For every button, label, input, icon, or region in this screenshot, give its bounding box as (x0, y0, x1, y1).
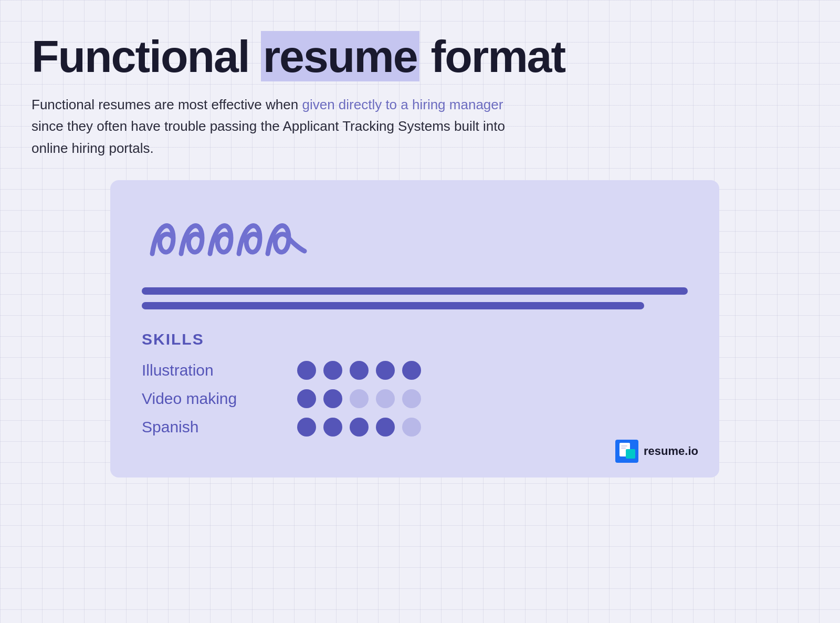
dot (323, 361, 342, 380)
title-highlight: resume (261, 31, 419, 81)
dot (376, 389, 395, 408)
skill-name-videomaking: Video making (142, 390, 289, 408)
subtitle-highlight: given directly to a hiring manager (302, 97, 503, 112)
logo-text: resume.io (644, 444, 698, 458)
resume-logo: resume.io (615, 440, 698, 463)
dot (402, 418, 421, 437)
dot (297, 418, 316, 437)
resume-card: SKILLS Illustration Video making (110, 180, 719, 477)
skill-row-videomaking: Video making (142, 389, 688, 408)
svg-rect-3 (621, 445, 627, 447)
skill-dots-spanish (297, 418, 421, 437)
dot (297, 389, 316, 408)
skill-name-spanish: Spanish (142, 418, 289, 436)
skills-label: SKILLS (142, 330, 688, 348)
dot (323, 418, 342, 437)
divider-line-1 (142, 287, 688, 295)
divider-line-2 (142, 302, 644, 309)
page-title: Functional resume format (32, 32, 798, 81)
dot (402, 389, 421, 408)
curl-svg (142, 206, 310, 269)
skill-name-illustration: Illustration (142, 361, 289, 379)
dot (297, 361, 316, 380)
dot (402, 361, 421, 380)
dot (350, 361, 369, 380)
dot (376, 418, 395, 437)
svg-rect-4 (621, 448, 626, 449)
page-subtitle: Functional resumes are most effective wh… (32, 94, 546, 160)
skill-dots-illustration (297, 361, 421, 380)
skill-row-illustration: Illustration (142, 361, 688, 380)
dot (376, 361, 395, 380)
dot (350, 418, 369, 437)
skills-section: SKILLS Illustration Video making (142, 330, 688, 437)
dot (323, 389, 342, 408)
skill-row-spanish: Spanish (142, 418, 688, 437)
curl-decoration (142, 206, 688, 272)
skill-dots-videomaking (297, 389, 421, 408)
svg-rect-2 (626, 449, 635, 459)
logo-icon (615, 440, 638, 463)
title-section: Functional resume format (32, 32, 798, 81)
dot (350, 389, 369, 408)
